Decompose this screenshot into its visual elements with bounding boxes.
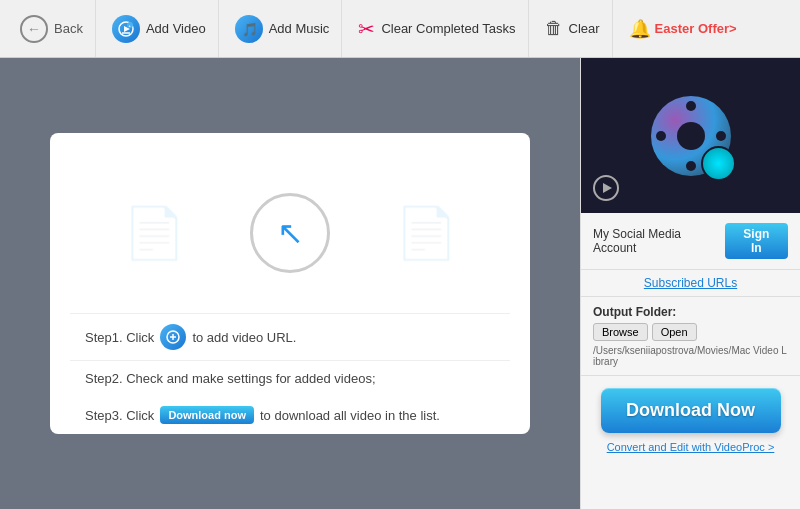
social-section: My Social Media Account Sign In xyxy=(581,213,800,270)
trash-icon: 🗑 xyxy=(545,18,563,39)
drop-zone[interactable]: 📄 📄 ↖ xyxy=(70,153,510,313)
easter-offer-button[interactable]: 🔔 Easter Offer> xyxy=(617,0,749,57)
download-btn-small[interactable]: Download now xyxy=(160,406,254,424)
back-icon: ← xyxy=(20,15,48,43)
teal-accent xyxy=(701,146,736,181)
add-music-button[interactable]: 🎵 Add Music xyxy=(223,0,343,57)
right-panel: My Social Media Account Sign In Subscrib… xyxy=(580,58,800,509)
svg-text:🎵: 🎵 xyxy=(242,21,257,37)
step1-row: Step1. Click to add video URL. xyxy=(70,314,510,360)
add-music-label: Add Music xyxy=(269,21,330,36)
step2-row: Step2. Check and make settings for added… xyxy=(70,360,510,396)
film-center xyxy=(677,122,705,150)
clear-completed-icon: ✂ xyxy=(358,17,375,41)
drop-area: 📄 📄 ↖ Step1. Click to add video URL. xyxy=(50,133,530,434)
back-button[interactable]: ← Back xyxy=(8,0,96,57)
social-label: My Social Media Account xyxy=(593,227,725,255)
film-hole-bottom xyxy=(686,161,696,171)
step2-text: Step2. Check and make settings for added… xyxy=(85,371,376,386)
sign-in-button[interactable]: Sign In xyxy=(725,223,788,259)
output-buttons-row: Browse Open xyxy=(593,323,788,341)
upload-circle: ↖ xyxy=(250,193,330,273)
download-section: Download Now Convert and Edit with Video… xyxy=(581,376,800,465)
clear-button[interactable]: 🗑 Clear xyxy=(533,0,613,57)
add-url-icon[interactable] xyxy=(160,324,186,350)
convert-edit-link[interactable]: Convert and Edit with VideoProc > xyxy=(607,441,775,453)
clear-label: Clear xyxy=(569,21,600,36)
open-button[interactable]: Open xyxy=(652,323,697,341)
main-layout: 📄 📄 ↖ Step1. Click to add video URL. xyxy=(0,58,800,509)
film-hole-right xyxy=(716,131,726,141)
left-panel: 📄 📄 ↖ Step1. Click to add video URL. xyxy=(0,58,580,509)
instructions-area: Step1. Click to add video URL. Step2. Ch… xyxy=(70,313,510,434)
preview-area xyxy=(581,58,800,213)
output-folder-label: Output Folder: xyxy=(593,305,788,319)
film-hole-left xyxy=(656,131,666,141)
step3-row: Step3. Click Download now to download al… xyxy=(70,396,510,434)
step1-prefix: Step1. Click xyxy=(85,330,154,345)
add-music-icon: 🎵 xyxy=(235,15,263,43)
play-icon xyxy=(603,183,612,193)
add-video-button[interactable]: + Add Video xyxy=(100,0,219,57)
clear-completed-label: Clear Completed Tasks xyxy=(381,21,515,36)
step3-prefix: Step3. Click xyxy=(85,408,154,423)
add-video-icon: + xyxy=(112,15,140,43)
toolbar: ← Back + Add Video 🎵 Add Music ✂ Clear C… xyxy=(0,0,800,58)
step3-suffix: to download all video in the list. xyxy=(260,408,440,423)
play-button[interactable] xyxy=(593,175,619,201)
upload-arrow-icon: ↖ xyxy=(277,214,304,252)
add-video-label: Add Video xyxy=(146,21,206,36)
download-now-button[interactable]: Download Now xyxy=(601,388,781,433)
film-hole-top xyxy=(686,101,696,111)
step1-suffix: to add video URL. xyxy=(192,330,296,345)
back-label: Back xyxy=(54,21,83,36)
browse-button[interactable]: Browse xyxy=(593,323,648,341)
output-section: Output Folder: Browse Open /Users/ksenii… xyxy=(581,297,800,376)
output-path: /Users/kseniiapostrova/Movies/Mac Video … xyxy=(593,345,788,367)
film-reel-graphic xyxy=(646,91,736,181)
easter-icon: 🔔 xyxy=(629,18,651,40)
clear-completed-button[interactable]: ✂ Clear Completed Tasks xyxy=(346,0,528,57)
easter-offer-label: Easter Offer> xyxy=(655,21,737,36)
subscribed-urls-link[interactable]: Subscribed URLs xyxy=(581,270,800,297)
